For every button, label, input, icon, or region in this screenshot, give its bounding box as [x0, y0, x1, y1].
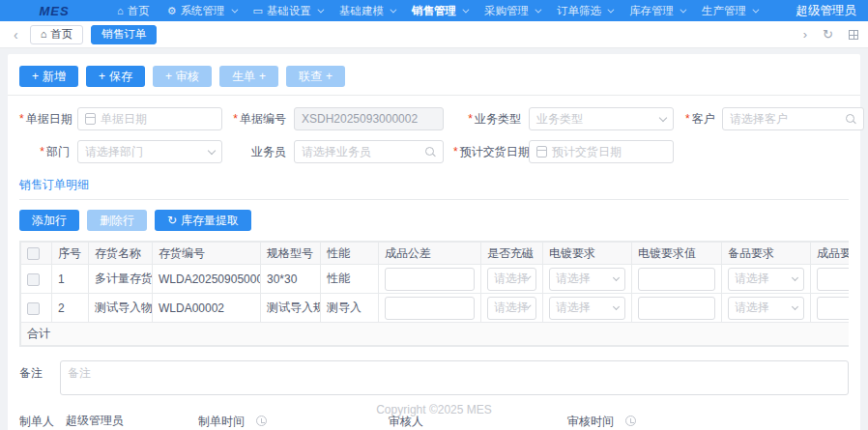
customer-input[interactable] — [722, 107, 864, 130]
top-navbar: MES ⌂ 首页 ⚙ 系统管理 ▭ 基础设置 基础建模 销售管理 采购管理 订单… — [0, 0, 868, 21]
col-plating-value: 电镀要求值 — [632, 243, 722, 265]
spare-req-select[interactable]: 请选择 — [728, 268, 804, 291]
layout-grid-icon[interactable] — [849, 30, 858, 40]
chevron-down-icon — [208, 146, 216, 154]
link-query-button[interactable]: 联查 + — [286, 66, 345, 87]
button-label: 库存量提取 — [181, 213, 239, 229]
customer-field[interactable] — [730, 112, 840, 126]
delete-row-button[interactable]: 删除行 — [87, 210, 147, 231]
plus-icon: + — [32, 71, 39, 82]
nav-item-inventory[interactable]: 库存管理 — [621, 0, 693, 21]
toolbar: + 新增 + 保存 + 审核 生单 + 联查 + — [19, 62, 849, 95]
stock-fetch-button[interactable]: ↻ 库存量提取 — [155, 210, 251, 231]
tabs-scroll-left-icon[interactable]: ‹ — [10, 27, 22, 43]
row-checkbox[interactable] — [27, 302, 40, 315]
col-item-code: 存货编号 — [153, 243, 261, 265]
clock-icon — [625, 416, 636, 426]
cell-spec: 测试导入规格 — [261, 294, 321, 323]
add-button[interactable]: + 新增 — [19, 66, 78, 87]
tolerance-input[interactable] — [385, 297, 475, 320]
doc-date-placeholder: 单据日期 — [101, 111, 147, 128]
finished-req-input[interactable] — [817, 268, 849, 291]
current-user[interactable]: 超级管理员 — [796, 3, 857, 19]
home-icon: ⌂ — [41, 29, 47, 40]
plus-icon: + — [99, 71, 105, 82]
panel-icon: ▭ — [253, 6, 263, 16]
finished-req-input[interactable] — [817, 297, 849, 320]
add-row-button[interactable]: 添加行 — [19, 210, 79, 231]
nav-label: 基础设置 — [267, 4, 311, 18]
chevron-down-icon — [680, 6, 686, 13]
doc-date-input[interactable]: 单据日期 — [77, 107, 222, 130]
nav-item-purchase[interactable]: 采购管理 — [476, 0, 548, 21]
nav-item-order-filter[interactable]: 订单筛选 — [548, 0, 621, 21]
biz-type-placeholder: 业务类型 — [536, 111, 583, 128]
magnetized-select[interactable]: 请选择 — [487, 297, 536, 320]
audit-button[interactable]: + 审核 — [153, 66, 212, 87]
select-placeholder: 请选择 — [735, 271, 769, 287]
forward-arrow-icon[interactable]: › — [803, 28, 807, 41]
chevron-down-icon — [317, 6, 324, 13]
nav-item-basic-modeling[interactable]: 基础建模 — [331, 0, 403, 21]
tab-label: 销售订单 — [101, 27, 146, 42]
plating-value-input[interactable] — [638, 297, 715, 320]
search-icon[interactable] — [845, 113, 856, 125]
col-item-name: 存货名称 — [89, 243, 153, 265]
nav-label: 采购管理 — [484, 4, 529, 18]
tab-bar: ‹ ⌂ 首页 销售订单 › ↻ — [0, 21, 868, 48]
chevron-down-icon — [607, 6, 614, 13]
select-placeholder: 请选择 — [556, 271, 591, 287]
generate-order-button[interactable]: 生单 + — [219, 66, 278, 87]
nav-item-sales[interactable]: 销售管理 — [403, 0, 476, 21]
refresh-icon[interactable]: ↻ — [823, 28, 833, 41]
delivery-date-input[interactable]: 预计交货日期 — [529, 140, 674, 163]
salesman-field[interactable] — [302, 145, 420, 158]
cell-seq: 2 — [52, 294, 89, 323]
search-icon[interactable] — [424, 146, 436, 158]
nav-item-system[interactable]: ⚙ 系统管理 — [159, 0, 245, 21]
calendar-icon — [85, 113, 96, 125]
col-seq: 序号 — [52, 243, 89, 265]
plating-select[interactable]: 请选择 — [549, 268, 625, 291]
required-mark: * — [468, 112, 473, 126]
col-spare-req: 备品要求 — [722, 243, 811, 265]
plating-value-input[interactable] — [638, 268, 715, 291]
select-placeholder: 请选择 — [735, 300, 769, 316]
doc-no-input — [294, 107, 444, 130]
gear-icon: ⚙ — [167, 6, 177, 16]
nav-label: 生产管理 — [702, 4, 746, 18]
delivery-date-label: *预计交货日期 — [453, 144, 529, 160]
nav-label: 库存管理 — [629, 4, 674, 18]
tab-sales-order[interactable]: 销售订单 — [91, 25, 157, 44]
plus-icon: + — [259, 71, 266, 82]
row-checkbox[interactable] — [27, 273, 40, 286]
chevron-down-icon — [535, 6, 541, 13]
tab-home[interactable]: ⌂ 首页 — [30, 25, 84, 44]
nav-item-production[interactable]: 生产管理 — [693, 0, 766, 21]
order-header-form: *单据日期 单据日期 *单据编号 *业务类型 业务类型 *客户 — [19, 107, 849, 163]
button-label: 新增 — [43, 69, 66, 85]
app-logo[interactable]: MES — [0, 4, 108, 18]
plating-select[interactable]: 请选择 — [549, 297, 625, 320]
col-tolerance: 成品公差 — [379, 243, 481, 265]
table-header-row: 序号 存货名称 存货编号 规格型号 性能 成品公差 是否充磁 电镀要求 电镀要求… — [21, 243, 850, 265]
biz-type-select[interactable]: 业务类型 — [529, 107, 674, 130]
detail-table: 序号 存货名称 存货编号 规格型号 性能 成品公差 是否充磁 电镀要求 电镀要求… — [20, 242, 849, 346]
select-all-checkbox[interactable] — [27, 247, 40, 260]
tabbar-actions: › ↻ — [803, 28, 858, 41]
nav-item-basic-settings[interactable]: ▭ 基础设置 — [245, 0, 331, 21]
nav-item-home[interactable]: ⌂ 首页 — [108, 0, 159, 21]
table-total-row: 合计 — [21, 323, 850, 346]
clock-icon — [256, 416, 267, 426]
department-select[interactable]: 请选择部门 — [77, 140, 222, 163]
table-row: 1 多计量存货... WLDA2025090500019 30*30 性能 请选… — [21, 265, 850, 294]
doc-no-label: *单据编号 — [232, 111, 294, 128]
magnetized-select[interactable]: 请选择 — [487, 268, 536, 291]
spare-req-select[interactable]: 请选择 — [728, 297, 804, 320]
remark-row: 备注 — [19, 360, 849, 395]
salesman-input[interactable] — [294, 140, 444, 163]
cell-performance: 性能 — [321, 265, 379, 294]
save-button[interactable]: + 保存 — [86, 66, 145, 87]
remark-textarea[interactable] — [68, 365, 841, 390]
tolerance-input[interactable] — [385, 268, 475, 291]
